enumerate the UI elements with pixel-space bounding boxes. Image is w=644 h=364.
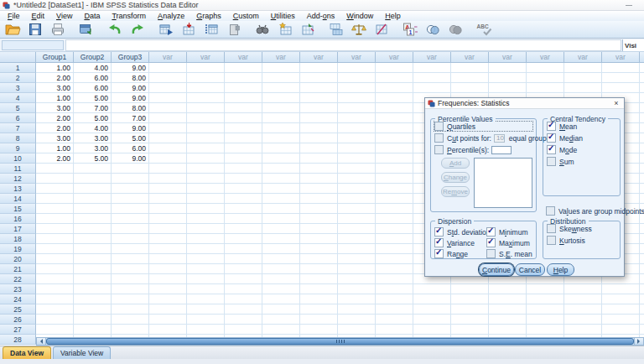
data-cell[interactable]	[413, 63, 451, 73]
data-cell[interactable]	[640, 254, 644, 264]
data-cell[interactable]: 2.00	[36, 123, 74, 133]
data-cell[interactable]	[376, 83, 413, 93]
checkbox-mode[interactable]: Mode	[547, 145, 616, 154]
data-cell[interactable]: 5.00	[112, 133, 149, 143]
row-header[interactable]: 23	[0, 284, 36, 294]
data-cell[interactable]	[640, 63, 644, 73]
data-cell[interactable]	[187, 153, 225, 164]
data-cell[interactable]	[300, 143, 338, 153]
menu-analyze[interactable]: Analyze	[152, 12, 190, 20]
data-cell[interactable]	[376, 133, 413, 143]
data-cell[interactable]	[300, 113, 338, 123]
data-cell[interactable]	[36, 174, 74, 184]
data-cell[interactable]	[74, 244, 112, 254]
checkbox-range[interactable]: Range	[434, 249, 486, 258]
data-cell[interactable]	[300, 224, 338, 234]
column-header-var[interactable]: var	[262, 52, 300, 63]
data-cell[interactable]: 6.00	[112, 143, 149, 153]
data-cell[interactable]	[74, 234, 112, 244]
data-cell[interactable]	[36, 274, 74, 284]
row-header[interactable]: 1	[0, 63, 36, 73]
column-header-var[interactable]: var	[187, 52, 225, 63]
row-header[interactable]: 8	[0, 133, 36, 143]
dialog-title-bar[interactable]: Frequencies: Statistics ×	[425, 98, 624, 109]
data-cell[interactable]	[451, 315, 489, 325]
select-cases-icon[interactable]	[371, 22, 392, 37]
data-cell[interactable]	[338, 254, 376, 264]
data-cell[interactable]	[262, 234, 300, 244]
data-cell[interactable]	[413, 83, 451, 93]
menu-graphs[interactable]: Graphs	[190, 12, 227, 20]
data-cell[interactable]	[36, 184, 74, 194]
data-cell[interactable]	[640, 325, 644, 335]
data-cell[interactable]: 3.00	[36, 133, 74, 143]
data-cell[interactable]: 1.00	[36, 143, 74, 153]
data-cell[interactable]	[36, 294, 74, 304]
goto-variable-icon[interactable]	[179, 22, 199, 37]
data-cell[interactable]	[262, 174, 300, 184]
data-cell[interactable]	[149, 244, 187, 254]
data-cell[interactable]	[376, 73, 413, 83]
data-cell[interactable]	[564, 304, 602, 315]
data-cell[interactable]	[300, 63, 338, 73]
data-cell[interactable]	[262, 264, 300, 274]
data-cell[interactable]	[640, 184, 644, 194]
data-cell[interactable]	[187, 294, 225, 304]
data-cell[interactable]	[413, 304, 451, 315]
data-cell[interactable]: 4.00	[74, 123, 112, 133]
row-header[interactable]: 9	[0, 143, 36, 153]
data-cell[interactable]	[149, 325, 187, 335]
data-cell[interactable]	[225, 93, 262, 103]
data-cell[interactable]	[149, 224, 187, 234]
row-header[interactable]: 11	[0, 164, 36, 174]
data-cell[interactable]	[187, 63, 225, 73]
data-cell[interactable]	[300, 93, 338, 103]
data-cell[interactable]	[225, 274, 262, 284]
data-cell[interactable]	[112, 244, 149, 254]
column-header-var[interactable]: var	[338, 52, 376, 63]
data-cell[interactable]	[36, 164, 74, 174]
grid-corner-cell[interactable]	[0, 52, 36, 63]
row-header[interactable]: 10	[0, 153, 36, 164]
show-all-variables-icon[interactable]	[445, 22, 465, 37]
data-cell[interactable]	[564, 294, 602, 304]
data-cell[interactable]	[149, 304, 187, 315]
row-header[interactable]: 19	[0, 244, 36, 254]
data-cell[interactable]	[262, 194, 300, 204]
data-cell[interactable]	[149, 294, 187, 304]
recall-dialogs-icon[interactable]	[76, 22, 96, 37]
data-cell[interactable]	[262, 143, 300, 153]
data-cell[interactable]	[376, 284, 413, 294]
data-cell[interactable]	[338, 325, 376, 335]
data-cell[interactable]	[640, 234, 644, 244]
data-cell[interactable]	[74, 224, 112, 234]
data-cell[interactable]	[338, 83, 376, 93]
data-cell[interactable]	[187, 264, 225, 274]
open-data-icon[interactable]	[3, 22, 23, 37]
data-cell[interactable]	[338, 315, 376, 325]
data-cell[interactable]	[225, 325, 262, 335]
data-cell[interactable]	[376, 113, 413, 123]
row-header[interactable]: 4	[0, 93, 36, 103]
scroll-right-arrow[interactable]	[634, 338, 643, 345]
data-cell[interactable]	[376, 153, 413, 164]
data-cell[interactable]	[149, 123, 187, 133]
data-cell[interactable]	[262, 83, 300, 93]
data-cell[interactable]	[187, 194, 225, 204]
data-cell[interactable]	[36, 224, 74, 234]
data-cell[interactable]	[300, 304, 338, 315]
data-cell[interactable]	[112, 274, 149, 284]
data-cell[interactable]	[489, 325, 527, 335]
data-cell[interactable]	[300, 214, 338, 224]
data-cell[interactable]	[149, 214, 187, 224]
cell-editor[interactable]	[65, 39, 621, 51]
data-cell[interactable]	[338, 294, 376, 304]
data-cell[interactable]	[300, 194, 338, 204]
column-header-var[interactable]: var	[602, 52, 640, 63]
data-cell[interactable]: 6.00	[74, 73, 112, 83]
data-cell[interactable]	[187, 284, 225, 294]
data-cell[interactable]	[187, 123, 225, 133]
data-cell[interactable]	[149, 254, 187, 264]
row-header[interactable]: 15	[0, 204, 36, 214]
data-cell[interactable]	[602, 284, 640, 294]
